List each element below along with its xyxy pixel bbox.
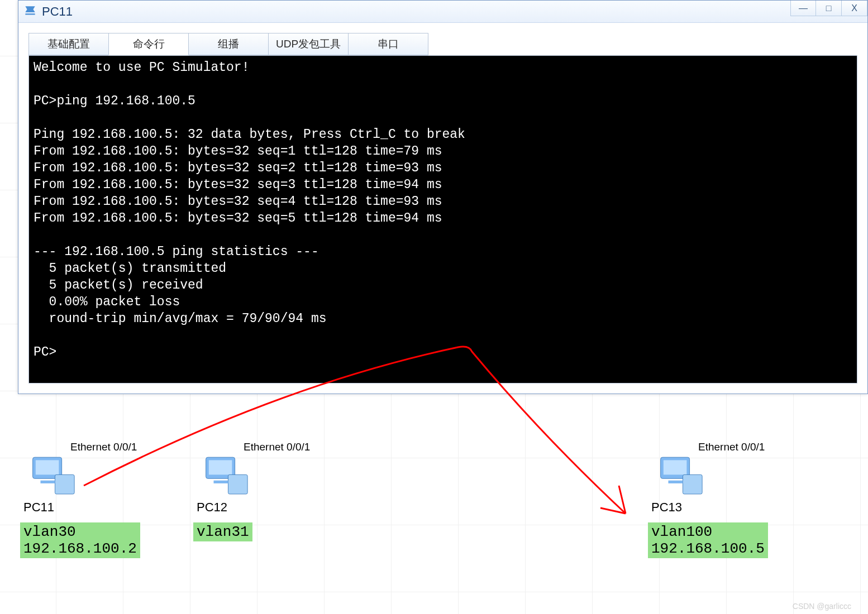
svg-rect-10 bbox=[683, 474, 702, 494]
tab-udp-tool[interactable]: UDP发包工具 bbox=[268, 33, 349, 55]
window-controls: — □ X bbox=[790, 1, 867, 16]
svg-rect-7 bbox=[213, 481, 228, 483]
svg-rect-2 bbox=[55, 474, 74, 494]
maximize-button[interactable]: □ bbox=[816, 1, 842, 16]
minimize-button[interactable]: — bbox=[790, 1, 816, 16]
tab-basic-config[interactable]: 基础配置 bbox=[28, 33, 109, 55]
tab-multicast[interactable]: 组播 bbox=[188, 33, 269, 55]
node-label: PC11 bbox=[23, 500, 140, 515]
tab-serial[interactable]: 串口 bbox=[348, 33, 428, 55]
node-pc12[interactable]: Ethernet 0/0/1 PC12 vlan31 bbox=[193, 441, 310, 541]
port-label: Ethernet 0/0/1 bbox=[698, 441, 768, 453]
port-label: Ethernet 0/0/1 bbox=[244, 441, 310, 453]
svg-rect-9 bbox=[664, 460, 687, 474]
svg-rect-1 bbox=[36, 460, 59, 474]
titlebar[interactable]: PC11 — □ X bbox=[18, 1, 867, 23]
port-label: Ethernet 0/0/1 bbox=[70, 441, 140, 453]
app-icon bbox=[23, 4, 37, 19]
topology-canvas[interactable]: Ethernet 0/0/1 PC11 vlan30 192.168.100.2… bbox=[0, 441, 868, 614]
node-pc13[interactable]: Ethernet 0/0/1 PC13 vlan100 192.168.100.… bbox=[648, 441, 768, 558]
pc-simulator-window: PC11 — □ X 基础配置 命令行 组播 UDP发包工具 串口 Welcom… bbox=[18, 0, 868, 394]
terminal-output[interactable]: Welcome to use PC Simulator! PC>ping 192… bbox=[28, 55, 857, 383]
svg-rect-11 bbox=[668, 481, 683, 483]
watermark: CSDN @garliccc bbox=[793, 602, 851, 611]
pc-icon bbox=[656, 454, 706, 498]
pc-icon bbox=[201, 454, 251, 498]
node-label: PC12 bbox=[197, 500, 310, 515]
svg-rect-3 bbox=[40, 481, 55, 483]
vlan-annotation: vlan31 bbox=[193, 522, 252, 541]
pc-icon bbox=[28, 454, 78, 498]
window-title: PC11 bbox=[42, 4, 73, 19]
tabbar: 基础配置 命令行 组播 UDP发包工具 串口 bbox=[18, 23, 867, 55]
close-button[interactable]: X bbox=[842, 1, 867, 16]
tab-cli[interactable]: 命令行 bbox=[108, 33, 189, 55]
node-pc11[interactable]: Ethernet 0/0/1 PC11 vlan30 192.168.100.2 bbox=[20, 441, 140, 558]
vlan-annotation: vlan100 192.168.100.5 bbox=[648, 522, 768, 558]
node-label: PC13 bbox=[651, 500, 768, 515]
svg-rect-6 bbox=[228, 474, 247, 494]
vlan-annotation: vlan30 192.168.100.2 bbox=[20, 522, 140, 558]
svg-rect-5 bbox=[209, 460, 232, 474]
